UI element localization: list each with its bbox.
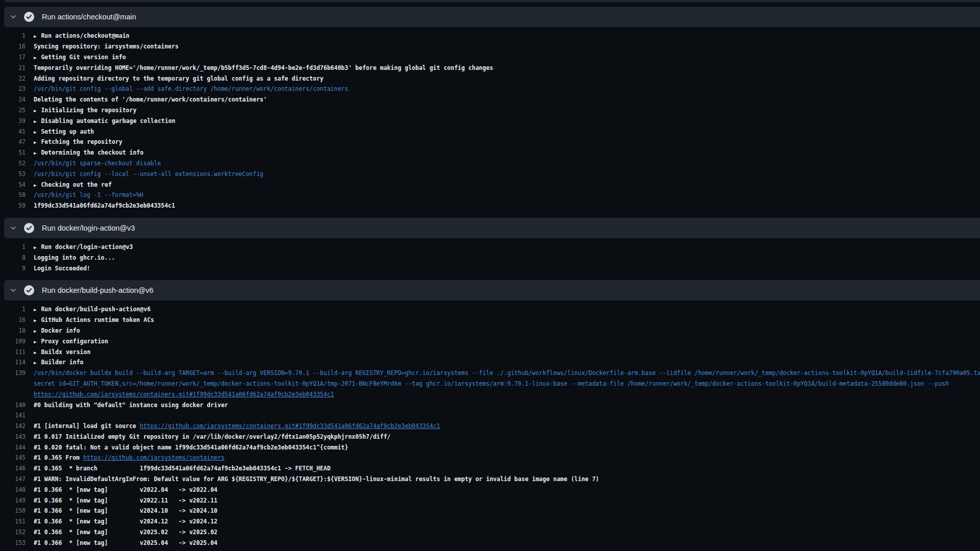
expand-arrow-icon[interactable]: ▶	[34, 329, 36, 334]
log-line-text: ▶Getting Git version info	[34, 54, 980, 61]
log-line-number[interactable]: 16	[0, 316, 26, 323]
step-header[interactable]: Run actions/checkout@main	[4, 7, 980, 27]
chevron-down-icon[interactable]	[9, 13, 17, 21]
log-line-number[interactable]: 59	[0, 202, 26, 209]
log-line: 148 #1 0.366 * [new tag] v2022.04 -> v20…	[0, 484, 980, 495]
log-line-text: ▶Run actions/checkout@main	[34, 32, 980, 39]
expand-arrow-icon[interactable]: ▶	[34, 183, 36, 188]
log-line-number[interactable]: 151	[0, 518, 26, 525]
log-line-number[interactable]: 143	[0, 433, 26, 440]
log-line-text: ▶Disabling automatic garbage collection	[34, 117, 980, 124]
log-line: 139 /usr/bin/docker buildx build --build…	[0, 368, 980, 379]
log-line-number[interactable]: 114	[0, 359, 26, 366]
log-line-number[interactable]: 39	[0, 117, 26, 124]
log-line-text: /usr/bin/git config --global --add safe.…	[34, 85, 980, 92]
log-line-number[interactable]: 141	[0, 412, 26, 419]
log-line-number[interactable]: 21	[0, 64, 26, 71]
log-line: 1 ▶Run docker/build-push-action@v6	[0, 304, 980, 315]
log-line-number[interactable]: 111	[0, 348, 26, 356]
log-line-number[interactable]: 52	[0, 160, 26, 167]
log-text-segment: Builder info	[41, 359, 83, 366]
log-line-number[interactable]: 58	[0, 191, 26, 198]
log-line-number[interactable]: 53	[0, 170, 26, 178]
log-text-segment: #1 0.366 * [new tag] v2024.10 -> v2024.1…	[34, 507, 217, 514]
log-link[interactable]: https://github.com/iarsystems/containers…	[34, 391, 334, 398]
step-title: Run docker/login-action@v3	[42, 224, 135, 232]
log-line-text: #1 0.366 * [new tag] v2024.10 -> v2024.1…	[34, 507, 980, 514]
log-text-segment: #0 building with "default" instance usin…	[34, 402, 228, 409]
log-line-number[interactable]: 54	[0, 181, 26, 188]
log-line-number[interactable]: 41	[0, 128, 26, 135]
log-command-segment: /usr/bin/git sparse-checkout disable	[34, 160, 161, 167]
log-line-number[interactable]: 1	[0, 306, 26, 313]
expand-arrow-icon[interactable]: ▶	[34, 119, 36, 124]
log-line: 39 ▶Disabling automatic garbage collecti…	[0, 115, 980, 126]
log-line-number[interactable]: 51	[0, 149, 26, 156]
expand-arrow-icon[interactable]: ▶	[34, 130, 36, 135]
expand-arrow-icon[interactable]: ▶	[34, 55, 36, 60]
log-text-segment: Checking out the ref	[41, 181, 111, 188]
log-link[interactable]: https://github.com/iarsystems/containers…	[140, 422, 440, 430]
log-line-text: Adding repository directory to the tempo…	[34, 75, 980, 82]
log-line: 146 #1 0.365 * branch 1f99dc33d541a06fd6…	[0, 463, 980, 474]
log-line-number[interactable]: 25	[0, 107, 26, 114]
log-line: 147 #1 WARN: InvalidDefaultArgInFrom: De…	[0, 474, 980, 485]
log-line-number[interactable]: 47	[0, 138, 26, 145]
expand-arrow-icon[interactable]: ▶	[34, 350, 36, 355]
chevron-down-icon[interactable]	[9, 224, 17, 232]
expand-arrow-icon[interactable]: ▶	[34, 140, 36, 145]
log-link[interactable]: https://github.com/iarsystems/containers	[83, 454, 225, 461]
log-text-segment: #1 0.366 * [new tag] v2025.04 -> v2025.0…	[34, 539, 217, 546]
log-line-number[interactable]: 146	[0, 465, 26, 472]
log-line-number[interactable]: 142	[0, 422, 26, 430]
log-line-text: ▶Checking out the ref	[34, 181, 980, 188]
log-line-text: #1 0.366 * [new tag] v2024.12 -> v2024.1…	[34, 518, 980, 525]
log-line-number[interactable]: 8	[0, 254, 26, 261]
log-line: https://github.com/iarsystems/containers…	[0, 389, 980, 399]
log-line-number[interactable]: 152	[0, 529, 26, 536]
expand-arrow-icon[interactable]: ▶	[34, 318, 36, 323]
log-text-segment: #1 0.365 * branch 1f99dc33d541a06fd62a74…	[34, 465, 331, 472]
log-line-number[interactable]: 17	[0, 54, 26, 61]
chevron-down-icon[interactable]	[9, 286, 17, 294]
log-line-text: ▶Run docker/build-push-action@v6	[34, 306, 980, 313]
log-line: 16 ▶GitHub Actions runtime token ACs	[0, 315, 980, 325]
log-line-number[interactable]: 148	[0, 486, 26, 493]
log-line-text: Deleting the contents of '/home/runner/w…	[34, 96, 980, 103]
step-section: Run actions/checkout@main 1 ▶Run actions…	[0, 7, 980, 213]
expand-arrow-icon[interactable]: ▶	[34, 108, 36, 113]
log-line-text: #1 0.366 * [new tag] v2022.11 -> v2022.1…	[34, 497, 980, 504]
expand-arrow-icon[interactable]: ▶	[34, 151, 36, 156]
log-line-number[interactable]: 147	[0, 475, 26, 483]
log-line-number[interactable]: 16	[0, 43, 26, 50]
step-header[interactable]: Run docker/build-push-action@v6	[4, 280, 980, 300]
expand-arrow-icon[interactable]: ▶	[34, 307, 36, 312]
log-text-segment: Determining the checkout info	[41, 149, 143, 156]
log-line-number[interactable]: 22	[0, 75, 26, 82]
log-line-number[interactable]: 23	[0, 85, 26, 92]
log-line-text: #1 0.366 * [new tag] v2025.04 -> v2025.0…	[34, 539, 980, 546]
log-line-number[interactable]: 1	[0, 243, 26, 251]
log-line-text: ▶Builder info	[34, 359, 980, 366]
log-line-number[interactable]: 140	[0, 402, 26, 409]
expand-arrow-icon[interactable]: ▶	[34, 34, 36, 39]
log-line-number[interactable]: 1	[0, 32, 26, 39]
log-line-number[interactable]: 150	[0, 507, 26, 514]
log-text-segment: Adding repository directory to the tempo…	[34, 75, 324, 82]
log-line-number[interactable]: 149	[0, 497, 26, 504]
log-text-segment: Temporarily overriding HOME='/home/runne…	[34, 64, 493, 71]
step-header[interactable]: Run docker/login-action@v3	[4, 218, 980, 238]
log-line-number[interactable]: 109	[0, 338, 26, 345]
expand-arrow-icon[interactable]: ▶	[34, 360, 36, 365]
log-line-number[interactable]: 145	[0, 454, 26, 461]
expand-arrow-icon[interactable]: ▶	[34, 339, 36, 344]
log-line-number[interactable]: 24	[0, 96, 26, 103]
log-line-number[interactable]: 144	[0, 444, 26, 451]
log-line-number[interactable]: 9	[0, 265, 26, 272]
log-line-number[interactable]: 18	[0, 327, 26, 334]
log-line-text: secret id=GIT_AUTH_TOKEN,src=/home/runne…	[34, 380, 980, 387]
log-line-number[interactable]: 139	[0, 369, 26, 377]
log-line: 114 ▶Builder info	[0, 357, 980, 368]
log-line-number[interactable]: 153	[0, 539, 26, 546]
expand-arrow-icon[interactable]: ▶	[34, 245, 36, 250]
